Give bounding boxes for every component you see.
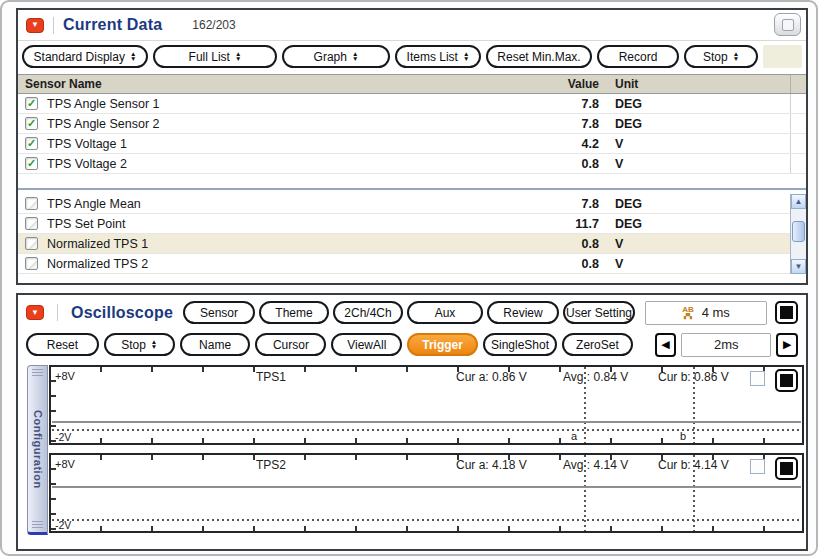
row-checkbox-unchecked[interactable]: [25, 217, 38, 230]
cursor-b-marker: b: [680, 430, 686, 442]
row-checkbox-checked[interactable]: ✓: [25, 137, 38, 150]
zero-set-button[interactable]: ZeroSet: [562, 333, 633, 356]
column-header-sensor[interactable]: Sensor Name: [18, 77, 471, 91]
table-row[interactable]: ✓TPS Angle Sensor 2 7.8 DEG: [18, 114, 806, 134]
reset-minmax-button[interactable]: Reset Min.Max.: [486, 45, 592, 68]
view-mode-button[interactable]: Graph: [282, 45, 390, 68]
scope-window-button[interactable]: [775, 301, 798, 324]
cursor-a-marker: a: [571, 430, 577, 442]
channel-checkbox[interactable]: [750, 459, 765, 474]
scope-stop-button[interactable]: Stop: [104, 333, 175, 356]
group-separator: [18, 174, 806, 194]
single-shot-button[interactable]: SingleShot: [483, 333, 557, 356]
scroll-up-button[interactable]: ▲: [791, 194, 806, 209]
spinner-icon: [151, 340, 157, 349]
cursor-b-line[interactable]: [693, 367, 695, 443]
button-label: 2Ch/4Ch: [344, 306, 391, 320]
sensor-value: 7.8: [471, 117, 606, 131]
aux-button[interactable]: Aux: [407, 301, 483, 324]
view-all-button[interactable]: ViewAll: [331, 333, 402, 356]
theme-button[interactable]: Theme: [259, 301, 329, 324]
voltage-max-label: +8V: [55, 458, 75, 470]
sensor-button[interactable]: Sensor: [183, 301, 255, 324]
table-row[interactable]: Normalized TPS 2 0.8 V: [18, 254, 806, 274]
oscilloscope-toolbar: Reset Stop Name Cursor ViewAll Trigger S…: [18, 330, 806, 363]
panel-collapse-icon[interactable]: ▼: [26, 305, 44, 320]
sensor-name: TPS Voltage 2: [47, 157, 127, 171]
table-row[interactable]: ✓TPS Voltage 1 4.2 V: [18, 134, 806, 154]
time-ticks: [51, 526, 802, 531]
row-checkbox-unchecked[interactable]: [25, 197, 38, 210]
oscilloscope-title: Oscilloscope: [71, 304, 173, 322]
panel-collapse-icon[interactable]: ▼: [26, 18, 44, 33]
review-button[interactable]: Review: [487, 301, 559, 324]
average-readout: Avg : 4.14 V: [563, 458, 628, 472]
right-arrow-icon: ▶: [783, 338, 791, 351]
button-label: ViewAll: [347, 338, 386, 352]
button-label: Stop: [703, 50, 728, 64]
button-label: Review: [503, 306, 542, 320]
channel-window-button[interactable]: [775, 457, 798, 480]
timebase-decrease-button[interactable]: ◀: [655, 333, 677, 357]
channel-checkbox[interactable]: [750, 371, 765, 386]
channel-window-button[interactable]: [775, 369, 798, 392]
scroll-down-button[interactable]: ▼: [791, 259, 806, 274]
black-square-icon: [780, 374, 793, 387]
table-row[interactable]: ✓TPS Voltage 2 0.8 V: [18, 154, 806, 174]
column-header-value[interactable]: Value: [471, 77, 606, 91]
scroll-rail: [790, 94, 806, 113]
sensor-group-checked: ✓TPS Angle Sensor 1 7.8 DEG ✓TPS Angle S…: [18, 94, 806, 174]
row-checkbox-checked[interactable]: ✓: [25, 97, 38, 110]
cursor-a-line[interactable]: [584, 367, 586, 443]
button-label: Graph: [314, 50, 347, 64]
current-data-panel: ▼ Current Data 162/203 Standard Display …: [16, 8, 808, 285]
stop-button[interactable]: Stop: [684, 45, 758, 68]
sensor-name: Normalized TPS 1: [47, 237, 148, 251]
cursor-button[interactable]: Cursor: [255, 333, 326, 356]
vertical-scrollbar[interactable]: ▲ ▼: [790, 194, 806, 274]
button-label: Reset Min.Max.: [497, 50, 580, 64]
row-checkbox-unchecked[interactable]: [25, 257, 38, 270]
scroll-rail: [790, 134, 806, 153]
channel-mode-button[interactable]: 2Ch/4Ch: [333, 301, 403, 324]
window-restore-button[interactable]: [774, 13, 801, 36]
left-arrow-icon: ◀: [661, 338, 669, 351]
scrollbar-thumb[interactable]: [792, 221, 805, 242]
ab-time-display: AB 4 ms: [645, 301, 767, 325]
divider: [53, 17, 54, 34]
sensor-name: TPS Set Point: [47, 217, 126, 231]
sensor-unit: DEG: [606, 97, 790, 111]
table-row-selected[interactable]: Normalized TPS 1 0.8 V: [18, 234, 806, 254]
display-mode-button[interactable]: Standard Display: [22, 45, 148, 68]
divider: [57, 304, 58, 321]
timebase-increase-button[interactable]: ▶: [776, 333, 798, 357]
sensor-counter: 162/203: [192, 18, 235, 32]
row-checkbox-checked[interactable]: ✓: [25, 117, 38, 130]
items-list-button[interactable]: Items List: [395, 45, 481, 68]
configuration-tab[interactable]: Configuration: [27, 365, 48, 535]
row-checkbox-checked[interactable]: ✓: [25, 157, 38, 170]
button-label: Trigger: [422, 338, 463, 352]
record-button[interactable]: Record: [597, 45, 679, 68]
scope-channel-1: +8V -2V TPS1 Cur a: 0.86 V Avg : 0.84 V …: [49, 365, 804, 445]
cursor-a-readout: Cur a: 4.18 V: [456, 458, 527, 472]
name-button[interactable]: Name: [180, 333, 251, 356]
table-row[interactable]: ✓TPS Angle Sensor 1 7.8 DEG: [18, 94, 806, 114]
current-data-title: Current Data: [63, 16, 162, 34]
column-header-unit[interactable]: Unit: [606, 77, 790, 91]
scroll-down-icon: ▼: [795, 262, 803, 271]
user-setting-button[interactable]: User Setting: [563, 301, 635, 324]
sensor-value: 0.8: [471, 237, 606, 251]
sensor-unit: V: [606, 237, 790, 251]
reset-button[interactable]: Reset: [26, 333, 99, 356]
spinner-icon: [352, 52, 358, 61]
trigger-button[interactable]: Trigger: [407, 333, 478, 356]
table-row[interactable]: TPS Set Point 11.7 DEG: [18, 214, 806, 234]
zero-dashed-line: [52, 519, 801, 521]
list-mode-button[interactable]: Full List: [153, 45, 277, 68]
check-icon: ✓: [27, 117, 36, 130]
spinner-icon: [733, 52, 739, 61]
button-label: Standard Display: [34, 50, 125, 64]
row-checkbox-unchecked[interactable]: [25, 237, 38, 250]
table-row[interactable]: TPS Angle Mean 7.8 DEG: [18, 194, 806, 214]
